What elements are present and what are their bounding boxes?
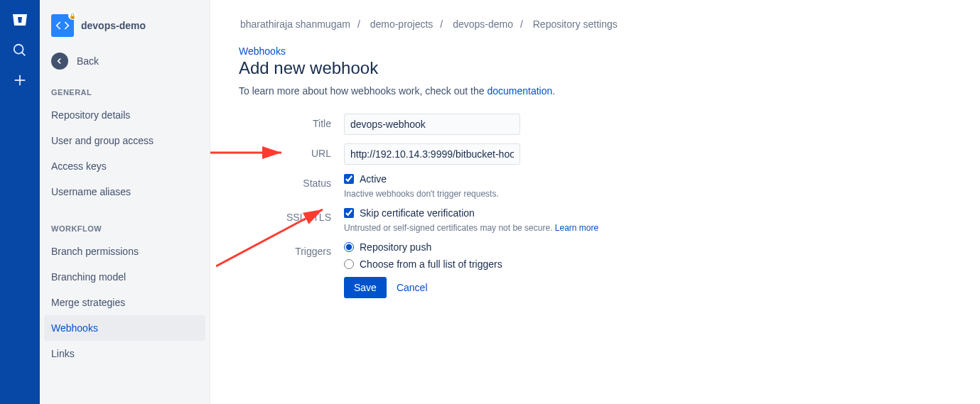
settings-sidebar: 🔒 devops-demo Back GENERAL Repository de… bbox=[40, 0, 210, 404]
svg-point-0 bbox=[14, 45, 23, 54]
repo-name: devops-demo bbox=[81, 20, 146, 31]
nav-branching-model[interactable]: Branching model bbox=[40, 264, 210, 290]
cancel-button[interactable]: Cancel bbox=[397, 282, 428, 293]
breadcrumb-item[interactable]: Repository settings bbox=[533, 18, 618, 30]
bitbucket-logo-icon bbox=[11, 11, 28, 28]
documentation-link[interactable]: documentation bbox=[487, 85, 552, 97]
breadcrumb-item[interactable]: devops-demo bbox=[453, 18, 513, 30]
back-label: Back bbox=[77, 55, 99, 67]
ssl-help: Untrusted or self-signed certificates ma… bbox=[344, 223, 598, 233]
webhooks-parent-link[interactable]: Webhooks bbox=[239, 45, 952, 57]
trigger-fulllist-radio[interactable] bbox=[344, 259, 354, 269]
svg-line-1 bbox=[22, 53, 26, 56]
nav-repository-details[interactable]: Repository details bbox=[40, 102, 210, 128]
triggers-label: Triggers bbox=[239, 241, 344, 257]
page-title: Add new webhook bbox=[239, 58, 952, 78]
nav-access-keys[interactable]: Access keys bbox=[40, 153, 210, 179]
lock-icon: 🔒 bbox=[68, 11, 77, 20]
trigger-push-radio[interactable] bbox=[344, 242, 354, 252]
trigger-push-label: Repository push bbox=[360, 241, 431, 253]
trigger-fulllist-label: Choose from a full list of triggers bbox=[360, 258, 502, 270]
nav-branch-permissions[interactable]: Branch permissions bbox=[40, 239, 210, 264]
ssl-label: SSL / TLS bbox=[239, 207, 344, 223]
breadcrumb: bharathiraja shanmugam/ demo-projects/ d… bbox=[239, 18, 952, 30]
active-checkbox-label: Active bbox=[360, 173, 387, 185]
title-label: Title bbox=[239, 114, 344, 129]
active-checkbox[interactable] bbox=[344, 174, 354, 184]
section-workflow-label: WORKFLOW bbox=[40, 219, 210, 239]
code-icon bbox=[55, 18, 70, 33]
page-subtitle: To learn more about how webhooks work, c… bbox=[239, 85, 952, 97]
breadcrumb-item[interactable]: bharathiraja shanmugam bbox=[240, 18, 350, 30]
url-label: URL bbox=[239, 143, 344, 159]
nav-merge-strategies[interactable]: Merge strategies bbox=[40, 290, 210, 315]
plus-icon[interactable] bbox=[12, 72, 28, 88]
breadcrumb-item[interactable]: demo-projects bbox=[370, 18, 434, 30]
skip-cert-checkbox[interactable] bbox=[344, 208, 354, 218]
repo-avatar: 🔒 bbox=[51, 14, 74, 37]
search-icon[interactable] bbox=[12, 43, 28, 58]
nav-username-aliases[interactable]: Username aliases bbox=[40, 179, 210, 204]
status-help: Inactive webhooks don't trigger requests… bbox=[344, 189, 499, 199]
global-left-rail bbox=[0, 0, 40, 404]
learn-more-link[interactable]: Learn more bbox=[555, 223, 598, 233]
status-label: Status bbox=[239, 173, 344, 189]
main-content: bharathiraja shanmugam/ demo-projects/ d… bbox=[210, 0, 980, 404]
section-general-label: GENERAL bbox=[40, 82, 210, 102]
back-button[interactable]: Back bbox=[40, 45, 210, 82]
save-button[interactable]: Save bbox=[344, 277, 387, 298]
skip-cert-checkbox-label: Skip certificate verification bbox=[360, 207, 475, 219]
nav-links[interactable]: Links bbox=[40, 341, 210, 366]
url-input[interactable] bbox=[344, 143, 520, 165]
webhook-form: Title URL Status Active Inactive webhook… bbox=[239, 114, 952, 298]
nav-webhooks[interactable]: Webhooks bbox=[44, 315, 205, 341]
repo-header: 🔒 devops-demo bbox=[40, 14, 210, 45]
title-input[interactable] bbox=[344, 114, 520, 135]
nav-user-group-access[interactable]: User and group access bbox=[40, 128, 210, 153]
back-arrow-icon bbox=[51, 53, 68, 70]
